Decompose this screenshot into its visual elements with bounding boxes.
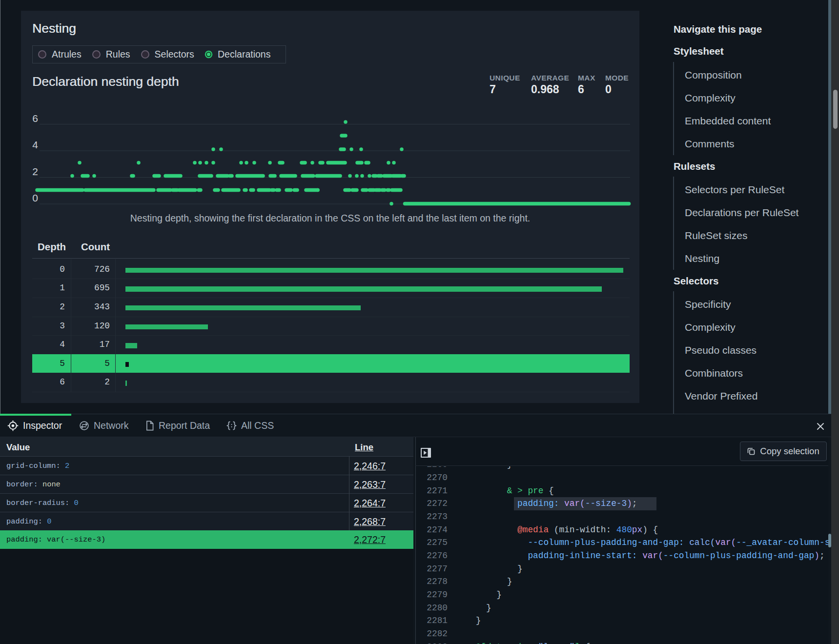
svg-text:0: 0 [32, 192, 38, 203]
svg-text:4: 4 [32, 139, 38, 150]
svg-text:6: 6 [32, 113, 38, 124]
svg-text:2: 2 [32, 166, 38, 177]
